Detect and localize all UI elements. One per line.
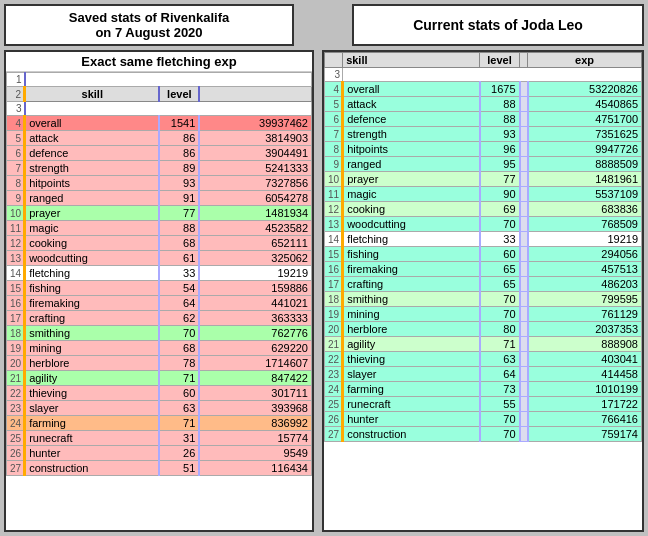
exp-cell: 766416 [528, 412, 642, 427]
div-cell [520, 97, 528, 112]
exp-cell: 15774 [199, 431, 311, 446]
row-num: 6 [325, 112, 343, 127]
exp-cell: 759174 [528, 427, 642, 442]
exp-cell: 8888509 [528, 157, 642, 172]
skill-cell: magic [25, 221, 160, 236]
row-num: 21 [7, 371, 25, 386]
row-num: 18 [325, 292, 343, 307]
skill-cell: hitpoints [25, 176, 160, 191]
level-cell: 77 [480, 172, 520, 187]
div-cell [520, 82, 528, 97]
level-cell: 96 [480, 142, 520, 157]
exp-cell: 486203 [528, 277, 642, 292]
level-cell: 64 [159, 296, 199, 311]
skill-cell: runecraft [343, 397, 480, 412]
skill-cell: cooking [25, 236, 160, 251]
level-cell: 70 [480, 217, 520, 232]
row-num: 12 [325, 202, 343, 217]
level-cell: 88 [159, 221, 199, 236]
skill-cell: hunter [25, 446, 160, 461]
exp-cell: 888908 [528, 337, 642, 352]
row-num: 18 [7, 326, 25, 341]
skill-cell: ranged [25, 191, 160, 206]
current-title-box: Current stats of Joda Leo [352, 4, 644, 46]
exp-cell: 2037353 [528, 322, 642, 337]
row-num: 9 [325, 157, 343, 172]
exp-cell: 457513 [528, 262, 642, 277]
level-cell: 65 [480, 277, 520, 292]
left-stats-table: 1 2 skill level 3 4 overall 1541 3993746… [6, 72, 312, 476]
div-cell [520, 352, 528, 367]
row-num: 13 [7, 251, 25, 266]
div-cell [520, 427, 528, 442]
level-cell: 64 [480, 367, 520, 382]
level-cell: 70 [480, 307, 520, 322]
level-cell: 88 [480, 97, 520, 112]
level-cell: 91 [159, 191, 199, 206]
exp-cell: 3814903 [199, 131, 311, 146]
div-cell [520, 277, 528, 292]
right-col-exp-header: exp [528, 53, 642, 68]
row-num: 15 [7, 281, 25, 296]
exp-cell: 403041 [528, 352, 642, 367]
row-num: 15 [325, 247, 343, 262]
div-cell [520, 142, 528, 157]
level-cell: 68 [159, 236, 199, 251]
right-header-row: skill level exp [325, 53, 642, 68]
skill-cell: prayer [25, 206, 160, 221]
div-cell [520, 262, 528, 277]
skill-cell: fletching [343, 232, 480, 247]
level-cell: 73 [480, 382, 520, 397]
level-cell: 60 [480, 247, 520, 262]
exp-cell: 53220826 [528, 82, 642, 97]
skill-cell: overall [25, 116, 160, 131]
row-num: 17 [7, 311, 25, 326]
level-cell: 33 [480, 232, 520, 247]
row-num: 24 [325, 382, 343, 397]
row-num: 19 [325, 307, 343, 322]
row-num: 5 [325, 97, 343, 112]
exp-cell: 847422 [199, 371, 311, 386]
div-cell [520, 337, 528, 352]
skill-cell: defence [343, 112, 480, 127]
row-num: 17 [325, 277, 343, 292]
level-cell: 86 [159, 146, 199, 161]
skill-cell: fletching [25, 266, 160, 281]
row-num: 1 [7, 73, 25, 87]
row-num: 21 [325, 337, 343, 352]
exp-cell: 5537109 [528, 187, 642, 202]
exp-cell: 6054278 [199, 191, 311, 206]
left-skill-header: skill [25, 87, 160, 102]
row-num: 9 [7, 191, 25, 206]
exp-cell: 7351625 [528, 127, 642, 142]
level-cell: 69 [480, 202, 520, 217]
exp-cell: 4751700 [528, 112, 642, 127]
exp-cell: 768509 [528, 217, 642, 232]
skill-cell: crafting [343, 277, 480, 292]
level-cell: 33 [159, 266, 199, 281]
row-num: 25 [325, 397, 343, 412]
row-num: 7 [325, 127, 343, 142]
exp-cell: 762776 [199, 326, 311, 341]
row-num: 6 [7, 146, 25, 161]
row-num: 26 [325, 412, 343, 427]
level-cell: 55 [480, 397, 520, 412]
row-num: 5 [7, 131, 25, 146]
exp-cell: 116434 [199, 461, 311, 476]
div-cell [520, 187, 528, 202]
row-num: 11 [7, 221, 25, 236]
exp-cell: 1481961 [528, 172, 642, 187]
right-col-skill-header: skill [343, 53, 480, 68]
div-cell [520, 247, 528, 262]
row-num: 7 [7, 161, 25, 176]
exp-cell: 441021 [199, 296, 311, 311]
level-cell: 89 [159, 161, 199, 176]
right-stats-table: skill level exp 3 4 overall 1675 5322082… [324, 52, 642, 442]
skill-cell: overall [343, 82, 480, 97]
level-cell: 65 [480, 262, 520, 277]
exp-cell: 5241333 [199, 161, 311, 176]
exp-cell: 1010199 [528, 382, 642, 397]
row-num: 3 [325, 68, 343, 82]
exp-cell: 4540865 [528, 97, 642, 112]
exp-cell: 3904491 [199, 146, 311, 161]
